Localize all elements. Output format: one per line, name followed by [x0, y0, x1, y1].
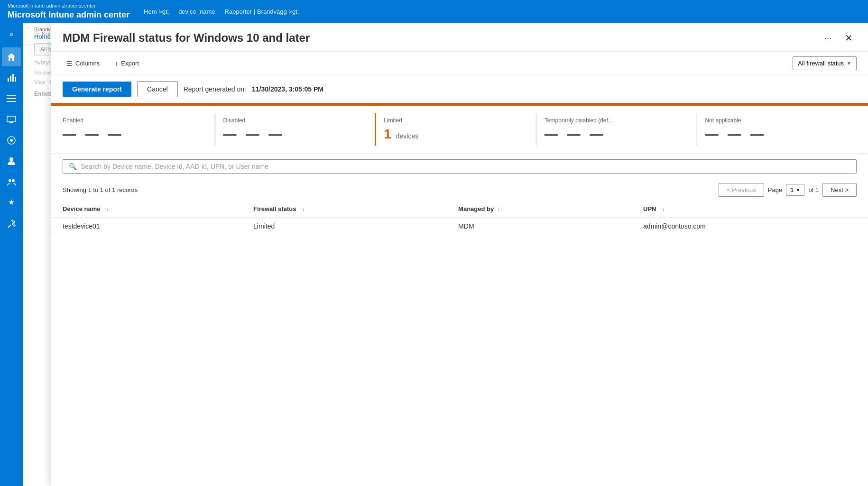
- export-label: Export: [121, 60, 139, 67]
- svg-point-11: [10, 139, 13, 142]
- sort-upn-icon: ↑↓: [660, 207, 665, 212]
- search-container: 🔍: [51, 154, 868, 179]
- search-icon: 🔍: [69, 163, 77, 170]
- sidebar-item-apps[interactable]: [2, 131, 21, 150]
- table-body: testdevice01LimitedMDMadmin@contoso.com: [51, 218, 868, 235]
- stat-disabled-label: Disabled: [223, 117, 368, 124]
- stat-enabled: Enabled — — —: [63, 113, 214, 146]
- cell-firewall_status: Limited: [242, 218, 447, 235]
- sidebar-item-reports[interactable]: [2, 68, 21, 87]
- svg-rect-4: [7, 95, 16, 96]
- col-managed-by[interactable]: Managed by ↑↓: [447, 201, 632, 218]
- top-nav-reports[interactable]: device_name: [178, 8, 215, 15]
- stats-row: Enabled — — — Disabled — — — Limited 1 d…: [51, 106, 868, 154]
- modal-title: MDM Firewall status for Windows 10 and l…: [63, 31, 310, 45]
- app-subtitle: Microsoft Intune administrationscenter: [8, 3, 96, 9]
- sidebar-item-home[interactable]: [2, 47, 21, 66]
- svg-point-12: [9, 157, 13, 161]
- stat-limited-value: 1: [384, 127, 391, 142]
- svg-rect-5: [7, 98, 16, 99]
- col-device-name[interactable]: Device name ↑↓: [51, 201, 242, 218]
- columns-label: Columns: [75, 60, 100, 67]
- export-button[interactable]: ↑ Export: [111, 58, 143, 69]
- svg-rect-1: [10, 76, 11, 82]
- sidebar-expand-btn[interactable]: »: [4, 27, 19, 42]
- stat-limited: Limited 1 devices: [375, 113, 536, 146]
- generate-report-button[interactable]: Generate report: [63, 82, 131, 97]
- svg-rect-6: [7, 101, 16, 102]
- app-container: » Brandväggsstatus f: [0, 23, 868, 486]
- cell-upn: admin@contoso.com: [632, 218, 868, 235]
- chevron-down-icon: ▼: [847, 61, 851, 66]
- page-label: Page: [768, 186, 782, 193]
- stat-na-label: Not applicable: [705, 117, 849, 124]
- modal-header-actions: ··· ✕: [821, 30, 857, 46]
- cancel-button[interactable]: Cancel: [137, 81, 178, 97]
- sidebar-item-tools[interactable]: [2, 214, 21, 233]
- top-nav: Hem >gt; device_name Rapporter | Brandvä…: [144, 8, 299, 15]
- columns-button[interactable]: ☰ Columns: [63, 58, 103, 69]
- stat-not-applicable: Not applicable — — —: [696, 113, 857, 146]
- svg-rect-7: [7, 116, 16, 122]
- data-table: Device name ↑↓ Firewall status ↑↓ Manage…: [51, 201, 868, 235]
- sort-device-name-icon: ↑↓: [104, 207, 109, 212]
- stat-enabled-label: Enabled: [63, 117, 207, 124]
- col-firewall-status[interactable]: Firewall status ↑↓: [242, 201, 447, 218]
- pagination-controls: < Previous Page 1 ▼ of 1 Next >: [719, 183, 857, 197]
- breadcrumb-home[interactable]: Home: [34, 33, 51, 40]
- sort-managed-by-icon: ↑↓: [498, 207, 502, 212]
- sidebar-item-users[interactable]: [2, 152, 21, 171]
- modal-toolbar: ☰ Columns ↑ Export All firewall status ▼: [51, 52, 868, 75]
- next-button[interactable]: Next >: [822, 183, 857, 197]
- stat-limited-suffix: devices: [396, 132, 418, 140]
- columns-icon: ☰: [66, 60, 73, 67]
- sort-firewall-status-icon: ↑↓: [300, 207, 305, 212]
- previous-button[interactable]: < Previous: [719, 183, 764, 197]
- stat-limited-label: Limited: [384, 117, 528, 124]
- stat-temp-value: — — —: [545, 127, 689, 142]
- sidebar-item-groups[interactable]: [2, 173, 21, 192]
- search-input-wrapper[interactable]: 🔍: [63, 159, 857, 174]
- svg-rect-8: [9, 122, 13, 123]
- modal-header: MDM Firewall status for Windows 10 and l…: [51, 23, 868, 52]
- sidebar-item-devices[interactable]: [2, 110, 21, 129]
- search-input[interactable]: [81, 163, 850, 170]
- svg-point-13: [9, 179, 11, 182]
- page-total: of 1: [808, 186, 819, 193]
- table-row[interactable]: testdevice01LimitedMDMadmin@contoso.com: [51, 218, 868, 235]
- firewall-filter-dropdown[interactable]: All firewall status ▼: [793, 56, 857, 70]
- current-page: 1: [790, 186, 794, 193]
- stat-temp-label: Temporarily disabled (def...: [545, 117, 689, 124]
- page-chevron-icon: ▼: [795, 187, 800, 193]
- stat-disabled-value: — — —: [223, 127, 368, 142]
- svg-rect-9: [10, 122, 12, 122]
- top-nav-firewall[interactable]: Rapporter | Brandvägg >gt;: [224, 8, 299, 15]
- stat-temp-disabled: Temporarily disabled (def... — — —: [536, 113, 696, 146]
- top-nav-home[interactable]: Hem >gt;: [144, 8, 169, 15]
- stat-disabled: Disabled — — —: [214, 113, 375, 146]
- stat-enabled-value: — — —: [63, 127, 207, 142]
- sidebar-item-tenant[interactable]: [2, 193, 21, 212]
- svg-point-14: [12, 179, 15, 182]
- app-title: Microsoft Intune admin center: [8, 10, 129, 20]
- pagination-row: Showing 1 to 1 of 1 records < Previous P…: [51, 179, 868, 201]
- svg-rect-2: [12, 74, 14, 82]
- sidebar-item-menu[interactable]: [2, 89, 21, 108]
- page-select[interactable]: 1 ▼: [786, 184, 804, 196]
- report-actions: Generate report Cancel Report generated …: [51, 75, 868, 103]
- report-generated-label: Report generated on:: [184, 85, 246, 93]
- svg-rect-0: [8, 78, 9, 82]
- report-generated-date: 11/30/2023, 3:05:05 PM: [252, 85, 323, 93]
- main-content: Brandväggsstatus för Windows 10 och sena…: [23, 23, 868, 486]
- export-icon: ↑: [115, 60, 118, 67]
- table-header: Device name ↑↓ Firewall status ↑↓ Manage…: [51, 201, 868, 218]
- cell-device_name: testdevice01: [51, 218, 242, 235]
- cell-managed_by: MDM: [447, 218, 632, 235]
- modal-more-button[interactable]: ···: [821, 31, 835, 45]
- modal-close-button[interactable]: ✕: [841, 30, 857, 46]
- stat-na-value: — — —: [705, 127, 849, 142]
- top-header: Microsoft Intune administrationscenter M…: [0, 0, 868, 23]
- modal-panel: MDM Firewall status for Windows 10 and l…: [51, 23, 868, 486]
- col-upn[interactable]: UPN ↑↓: [632, 201, 868, 218]
- records-info: Showing 1 to 1 of 1 records: [63, 186, 138, 193]
